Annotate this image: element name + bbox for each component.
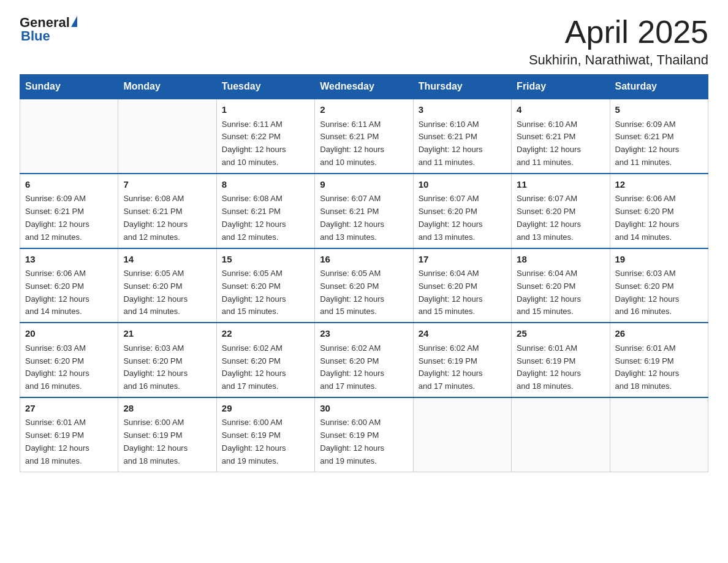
- day-number: 18: [517, 253, 604, 267]
- weekday-header-friday: Friday: [512, 75, 610, 99]
- calendar-week-row: 20Sunrise: 6:03 AM Sunset: 6:20 PM Dayli…: [20, 323, 708, 397]
- calendar-cell: 12Sunrise: 6:06 AM Sunset: 6:20 PM Dayli…: [610, 174, 708, 248]
- day-info: Sunrise: 6:06 AM Sunset: 6:20 PM Dayligh…: [615, 193, 703, 243]
- day-info: Sunrise: 6:04 AM Sunset: 6:20 PM Dayligh…: [517, 267, 604, 318]
- calendar-cell: 2Sunrise: 6:11 AM Sunset: 6:21 PM Daylig…: [315, 99, 413, 174]
- calendar-week-row: 13Sunrise: 6:06 AM Sunset: 6:20 PM Dayli…: [20, 248, 708, 323]
- calendar-table: SundayMondayTuesdayWednesdayThursdayFrid…: [20, 74, 708, 472]
- calendar-cell: 28Sunrise: 6:00 AM Sunset: 6:19 PM Dayli…: [118, 397, 216, 472]
- day-info: Sunrise: 6:11 AM Sunset: 6:22 PM Dayligh…: [222, 118, 309, 169]
- logo-area: General Blue: [20, 15, 78, 44]
- day-number: 5: [615, 103, 703, 117]
- calendar-header-row: SundayMondayTuesdayWednesdayThursdayFrid…: [20, 75, 708, 99]
- calendar-cell: 8Sunrise: 6:08 AM Sunset: 6:21 PM Daylig…: [216, 174, 314, 248]
- day-info: Sunrise: 6:02 AM Sunset: 6:19 PM Dayligh…: [419, 342, 506, 393]
- calendar-cell: 5Sunrise: 6:09 AM Sunset: 6:21 PM Daylig…: [610, 99, 708, 174]
- weekday-header-sunday: Sunday: [20, 75, 118, 99]
- day-info: Sunrise: 6:05 AM Sunset: 6:20 PM Dayligh…: [123, 267, 211, 318]
- calendar-cell: [20, 99, 118, 174]
- day-info: Sunrise: 6:09 AM Sunset: 6:21 PM Dayligh…: [615, 118, 703, 169]
- calendar-cell: 11Sunrise: 6:07 AM Sunset: 6:20 PM Dayli…: [512, 174, 610, 248]
- day-info: Sunrise: 6:08 AM Sunset: 6:21 PM Dayligh…: [123, 193, 211, 243]
- page-subtitle: Sukhirin, Narathiwat, Thailand: [529, 52, 708, 68]
- calendar-cell: 15Sunrise: 6:05 AM Sunset: 6:20 PM Dayli…: [216, 248, 314, 323]
- day-number: 20: [25, 327, 113, 341]
- calendar-cell: 6Sunrise: 6:09 AM Sunset: 6:21 PM Daylig…: [20, 174, 118, 248]
- day-number: 16: [320, 253, 408, 267]
- day-info: Sunrise: 6:03 AM Sunset: 6:20 PM Dayligh…: [123, 342, 211, 393]
- day-info: Sunrise: 6:02 AM Sunset: 6:20 PM Dayligh…: [320, 342, 408, 393]
- day-info: Sunrise: 6:07 AM Sunset: 6:20 PM Dayligh…: [517, 193, 604, 243]
- day-number: 8: [222, 178, 309, 192]
- day-number: 21: [123, 327, 211, 341]
- calendar-week-row: 6Sunrise: 6:09 AM Sunset: 6:21 PM Daylig…: [20, 174, 708, 248]
- day-info: Sunrise: 6:03 AM Sunset: 6:20 PM Dayligh…: [615, 267, 703, 318]
- day-number: 14: [123, 253, 211, 267]
- calendar-cell: 27Sunrise: 6:01 AM Sunset: 6:19 PM Dayli…: [20, 397, 118, 472]
- calendar-cell: 17Sunrise: 6:04 AM Sunset: 6:20 PM Dayli…: [413, 248, 511, 323]
- calendar-cell: 3Sunrise: 6:10 AM Sunset: 6:21 PM Daylig…: [413, 99, 511, 174]
- day-number: 26: [615, 327, 703, 341]
- logo-blue-text: Blue: [20, 28, 50, 44]
- day-info: Sunrise: 6:10 AM Sunset: 6:21 PM Dayligh…: [419, 118, 506, 169]
- day-info: Sunrise: 6:04 AM Sunset: 6:20 PM Dayligh…: [419, 267, 506, 318]
- day-number: 9: [320, 178, 408, 192]
- calendar-week-row: 27Sunrise: 6:01 AM Sunset: 6:19 PM Dayli…: [20, 397, 708, 472]
- calendar-cell: 25Sunrise: 6:01 AM Sunset: 6:19 PM Dayli…: [512, 323, 610, 397]
- calendar-cell: 21Sunrise: 6:03 AM Sunset: 6:20 PM Dayli…: [118, 323, 216, 397]
- day-info: Sunrise: 6:00 AM Sunset: 6:19 PM Dayligh…: [222, 416, 309, 467]
- weekday-header-tuesday: Tuesday: [216, 75, 314, 99]
- weekday-header-monday: Monday: [118, 75, 216, 99]
- day-number: 29: [222, 402, 309, 416]
- day-info: Sunrise: 6:00 AM Sunset: 6:19 PM Dayligh…: [123, 416, 211, 467]
- day-info: Sunrise: 6:06 AM Sunset: 6:20 PM Dayligh…: [25, 267, 113, 318]
- calendar-cell: 22Sunrise: 6:02 AM Sunset: 6:20 PM Dayli…: [216, 323, 314, 397]
- day-number: 2: [320, 103, 408, 117]
- day-number: 23: [320, 327, 408, 341]
- calendar-week-row: 1Sunrise: 6:11 AM Sunset: 6:22 PM Daylig…: [20, 99, 708, 174]
- day-info: Sunrise: 6:11 AM Sunset: 6:21 PM Dayligh…: [320, 118, 408, 169]
- day-number: 19: [615, 253, 703, 267]
- page-title: April 2025: [529, 15, 708, 50]
- day-number: 3: [419, 103, 506, 117]
- day-info: Sunrise: 6:03 AM Sunset: 6:20 PM Dayligh…: [25, 342, 113, 393]
- day-number: 12: [615, 178, 703, 192]
- day-number: 6: [25, 178, 113, 192]
- logo-triangle-icon: [71, 16, 77, 27]
- day-number: 10: [419, 178, 506, 192]
- day-number: 24: [419, 327, 506, 341]
- day-info: Sunrise: 6:07 AM Sunset: 6:20 PM Dayligh…: [419, 193, 506, 243]
- day-number: 17: [419, 253, 506, 267]
- calendar-cell: [610, 397, 708, 472]
- day-number: 25: [517, 327, 604, 341]
- calendar-cell: 7Sunrise: 6:08 AM Sunset: 6:21 PM Daylig…: [118, 174, 216, 248]
- calendar-cell: 18Sunrise: 6:04 AM Sunset: 6:20 PM Dayli…: [512, 248, 610, 323]
- day-info: Sunrise: 6:05 AM Sunset: 6:20 PM Dayligh…: [222, 267, 309, 318]
- calendar-cell: 20Sunrise: 6:03 AM Sunset: 6:20 PM Dayli…: [20, 323, 118, 397]
- day-info: Sunrise: 6:05 AM Sunset: 6:20 PM Dayligh…: [320, 267, 408, 318]
- day-info: Sunrise: 6:08 AM Sunset: 6:21 PM Dayligh…: [222, 193, 309, 243]
- calendar-cell: 23Sunrise: 6:02 AM Sunset: 6:20 PM Dayli…: [315, 323, 413, 397]
- day-info: Sunrise: 6:00 AM Sunset: 6:19 PM Dayligh…: [320, 416, 408, 467]
- calendar-cell: 29Sunrise: 6:00 AM Sunset: 6:19 PM Dayli…: [216, 397, 314, 472]
- day-info: Sunrise: 6:07 AM Sunset: 6:21 PM Dayligh…: [320, 193, 408, 243]
- day-number: 13: [25, 253, 113, 267]
- weekday-header-saturday: Saturday: [610, 75, 708, 99]
- calendar-cell: 19Sunrise: 6:03 AM Sunset: 6:20 PM Dayli…: [610, 248, 708, 323]
- day-info: Sunrise: 6:01 AM Sunset: 6:19 PM Dayligh…: [615, 342, 703, 393]
- calendar-cell: 10Sunrise: 6:07 AM Sunset: 6:20 PM Dayli…: [413, 174, 511, 248]
- day-number: 7: [123, 178, 211, 192]
- calendar-cell: 26Sunrise: 6:01 AM Sunset: 6:19 PM Dayli…: [610, 323, 708, 397]
- weekday-header-wednesday: Wednesday: [315, 75, 413, 99]
- day-number: 1: [222, 103, 309, 117]
- title-area: April 2025 Sukhirin, Narathiwat, Thailan…: [529, 15, 708, 68]
- calendar-cell: 24Sunrise: 6:02 AM Sunset: 6:19 PM Dayli…: [413, 323, 511, 397]
- day-number: 4: [517, 103, 604, 117]
- calendar-cell: 13Sunrise: 6:06 AM Sunset: 6:20 PM Dayli…: [20, 248, 118, 323]
- day-number: 27: [25, 402, 113, 416]
- day-number: 15: [222, 253, 309, 267]
- calendar-cell: 1Sunrise: 6:11 AM Sunset: 6:22 PM Daylig…: [216, 99, 314, 174]
- calendar-cell: 14Sunrise: 6:05 AM Sunset: 6:20 PM Dayli…: [118, 248, 216, 323]
- day-info: Sunrise: 6:02 AM Sunset: 6:20 PM Dayligh…: [222, 342, 309, 393]
- calendar-cell: [413, 397, 511, 472]
